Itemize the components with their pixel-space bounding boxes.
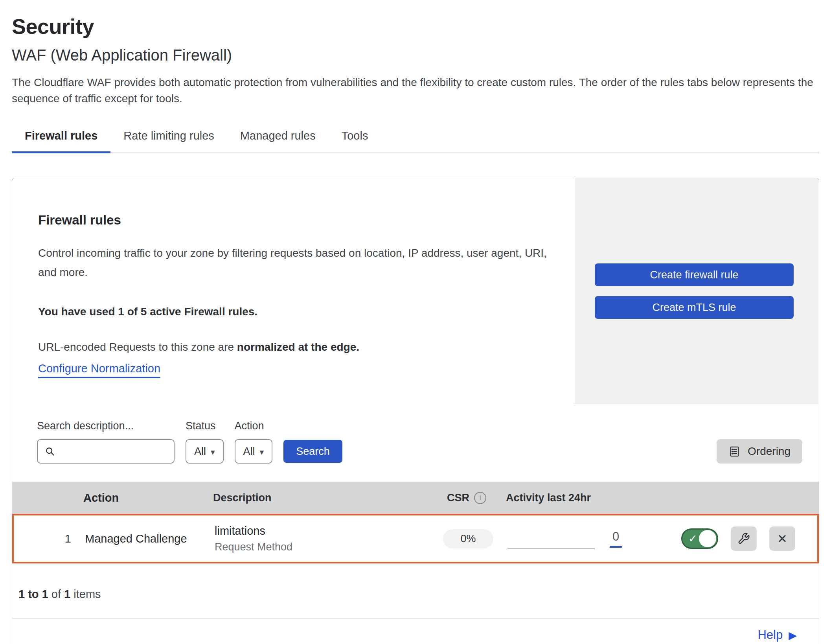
table-summary: 1 to 1 of 1 items [12, 563, 819, 618]
help-label: Help [757, 628, 783, 642]
description-column-header: Description [205, 492, 427, 504]
tab-label: Managed rules [240, 129, 316, 142]
tab-firewall-rules[interactable]: Firewall rules [12, 123, 110, 153]
security-waf-page: Security WAF (Web Application Firewall) … [0, 0, 831, 644]
info-icon[interactable]: i [474, 492, 486, 504]
search-input[interactable] [60, 445, 166, 458]
firewall-rule-row[interactable]: 1 Managed Challenge limitations Request … [12, 514, 819, 563]
wrench-icon [737, 532, 750, 545]
search-label: Search description... [37, 420, 175, 432]
configure-normalization-link[interactable]: Configure Normalization [38, 362, 160, 378]
normalization-text: URL-encoded Requests to this zone are [38, 341, 234, 353]
rule-activity-cell: 0 [507, 528, 680, 549]
tab-rate-limiting-rules[interactable]: Rate limiting rules [110, 123, 227, 153]
tab-label: Firewall rules [25, 129, 97, 142]
activity-header-label: Activity last 24hr [506, 492, 591, 504]
csr-header-label: CSR [447, 492, 469, 504]
rule-enabled-toggle[interactable]: ✓ [681, 528, 718, 549]
action-label: Action [235, 420, 273, 432]
csr-badge: 0% [443, 529, 493, 548]
search-filter-group: Search description... [37, 420, 175, 464]
card-footer: Help ▶ [12, 618, 819, 644]
firewall-rules-card: Firewall rules Control incoming traffic … [12, 178, 819, 644]
activity-sparkline [507, 548, 595, 549]
delete-rule-button[interactable]: ✕ [769, 526, 795, 551]
page-description: The Cloudflare WAF provides both automat… [12, 74, 814, 107]
chevron-down-icon: ▾ [260, 447, 264, 457]
action-column-header: Action [70, 491, 205, 504]
overview-text-area: Firewall rules Control incoming traffic … [12, 178, 575, 404]
create-firewall-rule-button[interactable]: Create firewall rule [595, 263, 794, 286]
help-link[interactable]: Help ▶ [757, 628, 797, 642]
create-mtls-rule-button[interactable]: Create mTLS rule [595, 296, 794, 319]
status-select[interactable]: All ▾ [186, 439, 224, 464]
search-input-box[interactable] [37, 439, 175, 464]
status-filter-group: Status All ▾ [186, 420, 224, 464]
normalization-note: URL-encoded Requests to this zone are no… [38, 341, 551, 353]
action-selected-value: All [243, 445, 255, 458]
tab-tools[interactable]: Tools [329, 123, 381, 153]
activity-column-header: Activity last 24hr [506, 492, 679, 504]
search-button[interactable]: Search [283, 440, 342, 463]
normalization-bold: normalized at the edge. [237, 341, 359, 353]
tab-managed-rules[interactable]: Managed rules [227, 123, 329, 153]
help-arrow-icon: ▶ [789, 629, 797, 642]
rule-description-detail: Request Method [215, 541, 429, 553]
close-icon: ✕ [777, 532, 787, 546]
rule-description-cell: limitations Request Method [207, 524, 429, 553]
ordering-button[interactable]: Ordering [717, 439, 802, 464]
ordering-label: Ordering [748, 445, 791, 458]
activity-count-link[interactable]: 0 [610, 530, 622, 548]
action-select[interactable]: All ▾ [235, 439, 273, 464]
rule-action: Managed Challenge [71, 532, 207, 545]
actions-panel: Create firewall rule Create mTLS rule [575, 178, 819, 404]
summary-total: 1 [64, 588, 70, 600]
overview-description: Control incoming traffic to your zone by… [38, 243, 549, 282]
rule-controls-cell: ✓ ✕ [680, 526, 817, 551]
filter-bar: Search description... Status All ▾ [12, 404, 819, 482]
rule-description: limitations [215, 524, 429, 537]
action-filter-group: Action All ▾ [235, 420, 273, 464]
tab-label: Tools [342, 129, 368, 142]
card-overview-section: Firewall rules Control incoming traffic … [12, 178, 819, 404]
tab-label: Rate limiting rules [123, 129, 214, 142]
csr-column-header: CSR i [427, 492, 506, 504]
chevron-down-icon: ▾ [211, 447, 215, 457]
status-label: Status [186, 420, 224, 432]
page-subtitle: WAF (Web Application Firewall) [12, 46, 819, 64]
overview-heading: Firewall rules [38, 213, 551, 228]
table-header-row: Action Description CSR i Activity last 2… [12, 482, 819, 514]
rules-tab-bar: Firewall rules Rate limiting rules Manag… [12, 123, 819, 153]
search-icon [44, 445, 56, 457]
edit-rule-button[interactable] [731, 526, 757, 551]
summary-items: items [74, 588, 101, 600]
rule-csr-cell: 0% [429, 529, 507, 548]
summary-range: 1 to 1 [18, 588, 48, 600]
usage-summary: You have used 1 of 5 active Firewall rul… [38, 305, 551, 318]
page-title: Security [12, 14, 819, 39]
rule-priority: 1 [14, 532, 71, 545]
check-icon: ✓ [688, 534, 697, 544]
ordering-list-icon [728, 445, 741, 458]
status-selected-value: All [194, 445, 206, 458]
toggle-knob [699, 530, 716, 547]
summary-of: of [51, 588, 61, 600]
